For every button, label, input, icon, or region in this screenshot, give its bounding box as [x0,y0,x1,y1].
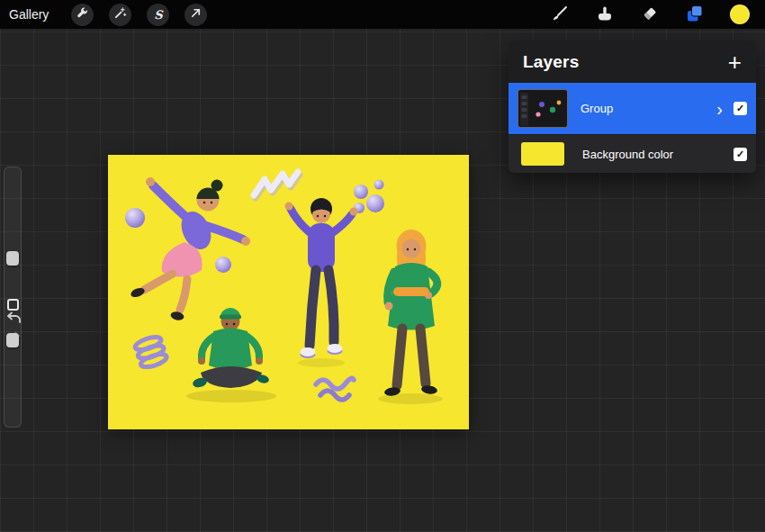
brush-sidebar [4,167,22,428]
character-hijab-woman [383,230,437,397]
layers-panel: Layers + Group › ✓ [508,41,756,173]
add-layer-button[interactable]: + [728,53,742,71]
selection-button[interactable]: S [147,4,169,26]
layer-visibility-checkbox[interactable]: ✓ [734,148,747,161]
toolbar: Gallery S [0,0,765,29]
transform-arrow-icon [189,6,202,23]
redo-icon [5,334,22,347]
character-jumping-person [285,198,358,358]
gallery-button[interactable]: Gallery [9,7,49,22]
layers-panel-header: Layers + [508,41,756,83]
undo-button[interactable] [4,311,22,327]
layer-thumbnail[interactable] [518,89,568,128]
character-meditating-man [192,308,270,389]
purple-sphere [125,208,145,228]
layers-icon [685,4,705,26]
selection-s-icon: S [154,9,162,21]
toolbar-right [549,4,756,25]
shadow-meditating [186,390,276,402]
layer-name: Background color [582,148,734,161]
redo-button[interactable] [4,330,22,347]
layers-tool-button[interactable] [684,4,706,25]
eraser-icon [641,5,659,25]
white-zigzag-ribbon [254,172,300,198]
chevron-right-icon[interactable]: › [716,100,723,118]
layer-thumbnail-preview [518,90,568,128]
procreate-app: Gallery S [0,0,765,532]
brush-tool-button[interactable] [549,4,571,25]
layers-panel-title: Layers [523,52,579,72]
active-color-circle [730,5,750,24]
purple-sphere [215,257,231,273]
artboard[interactable] [108,155,469,429]
purple-squiggle [316,378,354,400]
eraser-tool-button[interactable] [639,4,661,25]
layer-row-background-color[interactable]: Background color ✓ [508,134,756,173]
shadow-jumping [298,358,345,367]
layer-name: Group [580,102,716,115]
character-falling-woman [130,177,250,321]
magic-wand-icon [113,6,127,23]
adjustments-button[interactable] [109,4,131,26]
transform-button[interactable] [184,4,207,26]
layer-visibility-checkbox[interactable]: ✓ [734,102,747,115]
color-swatch-button[interactable] [729,4,751,25]
actions-button[interactable] [71,4,94,26]
smudge-tool-button[interactable] [594,4,616,25]
modify-button[interactable] [7,299,19,311]
purple-sphere-cluster [354,180,384,214]
brush-icon [551,5,569,25]
brush-size-slider-handle[interactable] [6,251,19,266]
canvas-artwork [108,155,469,429]
smudge-finger-icon [596,5,614,25]
layer-row-group[interactable]: Group › ✓ [508,83,756,134]
wrench-icon [76,6,89,23]
purple-coil [134,335,168,370]
toolbar-left: Gallery S [9,4,207,26]
undo-icon [5,314,22,328]
background-color-swatch[interactable] [521,142,564,166]
